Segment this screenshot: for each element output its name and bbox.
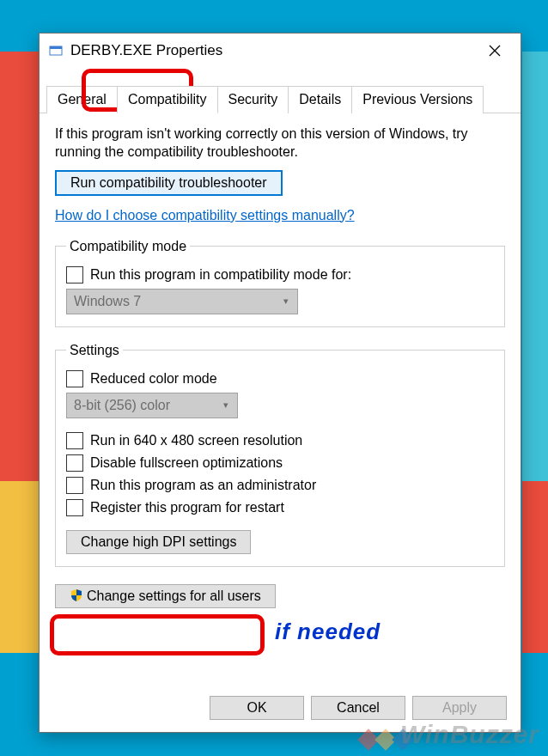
apply-button[interactable]: Apply	[412, 696, 507, 720]
tab-details[interactable]: Details	[288, 86, 352, 113]
svg-rect-1	[50, 46, 62, 49]
window-title: DERBY.EXE Properties	[70, 42, 222, 59]
intro-text: If this program isn't working correctly …	[55, 125, 505, 162]
help-link[interactable]: How do I choose compatibility settings m…	[55, 208, 355, 223]
disable-fullscreen-checkbox[interactable]	[66, 454, 83, 472]
tab-previous-versions[interactable]: Previous Versions	[351, 86, 484, 113]
compat-mode-checkbox[interactable]	[66, 266, 83, 284]
change-all-users-label: Change settings for all users	[87, 588, 261, 603]
reduced-color-checkbox[interactable]	[66, 370, 83, 387]
background-decor	[0, 481, 39, 653]
background-decor	[522, 481, 548, 653]
tab-security[interactable]: Security	[217, 86, 289, 113]
disable-fullscreen-label: Disable fullscreen optimizations	[90, 455, 283, 471]
color-mode-select-value: 8-bit (256) color	[74, 398, 170, 413]
run-640-checkbox[interactable]	[66, 432, 83, 449]
run-troubleshooter-button[interactable]: Run compatibility troubleshooter	[55, 170, 283, 196]
cancel-button[interactable]: Cancel	[311, 696, 405, 720]
run-admin-checkbox[interactable]	[66, 477, 83, 494]
properties-dialog: DERBY.EXE Properties General Compatibili…	[39, 33, 521, 733]
reduced-color-label: Reduced color mode	[90, 371, 217, 387]
settings-group: Settings Reduced color mode 8-bit (256) …	[55, 343, 505, 567]
run-admin-label: Run this program as an administrator	[90, 478, 316, 493]
change-dpi-button[interactable]: Change high DPI settings	[66, 530, 251, 554]
ok-button[interactable]: OK	[210, 696, 304, 720]
tab-general[interactable]: General	[46, 86, 118, 113]
register-restart-label: Register this program for restart	[90, 500, 284, 515]
shield-icon	[70, 588, 83, 602]
app-icon	[48, 43, 64, 58]
color-mode-select[interactable]: 8-bit (256) color ▾	[66, 393, 238, 418]
chevron-down-icon: ▾	[223, 399, 228, 411]
titlebar: DERBY.EXE Properties	[40, 34, 521, 68]
compatibility-mode-group: Compatibility mode Run this program in c…	[55, 239, 505, 327]
tab-compatibility[interactable]: Compatibility	[117, 86, 218, 113]
run-640-label: Run in 640 x 480 screen resolution	[90, 433, 302, 448]
tab-strip: General Compatibility Security Details P…	[40, 85, 521, 113]
compat-mode-select[interactable]: Windows 7 ▾	[66, 289, 298, 314]
settings-legend: Settings	[66, 343, 123, 358]
watermark-logo	[361, 732, 411, 747]
close-button[interactable]	[478, 38, 512, 64]
change-all-users-button[interactable]: Change settings for all users	[55, 584, 276, 608]
compat-mode-select-value: Windows 7	[74, 294, 141, 309]
chevron-down-icon: ▾	[283, 296, 289, 307]
dialog-button-row: OK Cancel Apply	[40, 684, 521, 732]
compatibility-mode-legend: Compatibility mode	[66, 239, 190, 254]
background-decor	[522, 52, 548, 481]
compat-mode-label: Run this program in compatibility mode f…	[90, 267, 351, 283]
register-restart-checkbox[interactable]	[66, 499, 83, 516]
tab-content-compatibility: If this program isn't working correctly …	[40, 113, 521, 617]
